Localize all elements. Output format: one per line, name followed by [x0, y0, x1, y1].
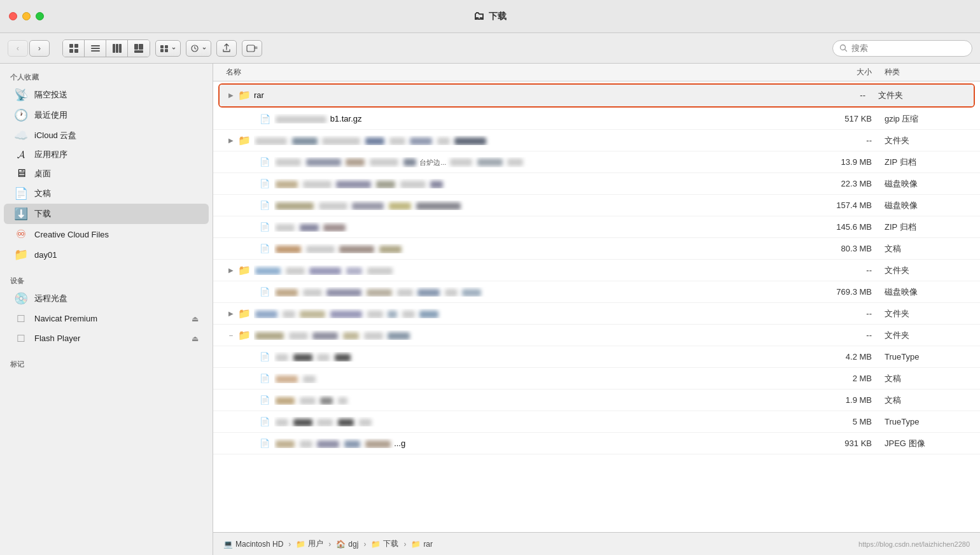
table-row[interactable]: 📄 157.4 MB 磁盘映像 [213, 195, 980, 216]
table-row[interactable]: 📄 b1.tar.gz 517 KB gzip 压缩 [213, 108, 980, 130]
action-dropdown[interactable] [186, 40, 211, 57]
breadcrumb-dgj-label: dgj [348, 540, 358, 549]
table-row[interactable]: 📄 145.6 MB ZIP 归档 [213, 216, 980, 238]
sidebar-item-airdrop[interactable]: 📡 隔空投送 [4, 85, 209, 105]
table-row[interactable]: 📄 22.3 MB 磁盘映像 [213, 173, 980, 195]
table-row[interactable]: – 📁 -- 文件夹 [213, 325, 980, 346]
file-name [254, 309, 802, 318]
sidebar-item-downloads[interactable]: ⬇️ 下载 [4, 204, 209, 224]
apps-icon: 𝓐 [14, 149, 28, 160]
svg-rect-7 [113, 44, 115, 53]
file-icon: 📄 [258, 179, 272, 188]
breadcrumb-sep-2: › [328, 540, 331, 549]
view-gallery-button[interactable] [128, 40, 150, 57]
sidebar-label-docs: 文稿 [34, 188, 199, 199]
minimize-button[interactable] [22, 12, 31, 20]
sidebar-item-navicat[interactable]: □ Navicat Premium ⏏ [4, 309, 209, 328]
file-size: 80.3 MB [802, 244, 885, 253]
table-row[interactable]: 📄 1.9 MB 文稿 [213, 390, 980, 411]
breadcrumb-users[interactable]: 📁 用户 [296, 538, 323, 549]
sidebar-item-apps[interactable]: 𝓐 应用程序 [4, 146, 209, 164]
file-size: 769.3 MB [802, 287, 885, 297]
navicat-eject-icon[interactable]: ⏏ [192, 314, 199, 323]
breadcrumb-users-label: 用户 [308, 538, 323, 549]
file-icon: 📄 [258, 439, 272, 448]
sort-dropdown[interactable] [155, 40, 181, 57]
table-row[interactable]: 📄 ...g 931 KB JPEG 图像 [213, 433, 980, 454]
file-name [274, 179, 802, 188]
rar-highlight-border: ▶ 📁 rar -- 文件夹 [218, 83, 975, 108]
flash-eject-icon[interactable]: ⏏ [192, 334, 199, 343]
view-column-button[interactable] [106, 40, 128, 57]
tag-button[interactable] [242, 40, 262, 57]
downloads-folder-icon: 📁 [371, 540, 381, 549]
file-name [274, 395, 802, 405]
day01-icon: 📁 [14, 248, 28, 262]
view-icon-button[interactable] [63, 40, 85, 57]
table-row[interactable]: ▶ 📁 rar -- 文件夹 [220, 85, 974, 106]
svg-rect-13 [160, 45, 164, 48]
sidebar-label-icloud: iCloud 云盘 [34, 130, 199, 141]
expand-arrow[interactable]: ▶ [225, 310, 237, 317]
back-button[interactable]: ‹ [8, 40, 28, 57]
sidebar-item-creative[interactable]: ♾ Creative Cloud Files [4, 224, 209, 244]
traffic-lights [9, 12, 44, 20]
navicat-icon: □ [14, 312, 28, 325]
svg-rect-4 [91, 45, 100, 46]
sidebar-item-day01[interactable]: 📁 day01 [4, 244, 209, 265]
sidebar-item-icloud[interactable]: ☁️ iCloud 云盘 [4, 125, 209, 146]
share-button[interactable] [216, 40, 237, 57]
sidebar-label-creative: Creative Cloud Files [34, 230, 199, 239]
table-row[interactable]: 📄 80.3 MB 文稿 [213, 238, 980, 260]
file-kind: 文件夹 [885, 308, 980, 320]
expand-arrow[interactable]: ▶ [225, 267, 237, 274]
main-layout: 个人收藏 📡 隔空投送 🕐 最近使用 ☁️ iCloud 云盘 𝓐 应用程序 🖥… [0, 64, 980, 555]
breadcrumb-rar[interactable]: 📁 rar [411, 540, 433, 549]
creative-icon: ♾ [14, 227, 28, 241]
file-icon: 📄 [258, 157, 272, 167]
file-name [274, 244, 802, 253]
sidebar-item-desktop[interactable]: 🖥 桌面 [4, 164, 209, 183]
maximize-button[interactable] [36, 12, 44, 20]
search-box[interactable] [832, 40, 972, 57]
table-row[interactable]: ▶ 📁 -- 文件夹 [213, 303, 980, 325]
file-icon: 📄 [258, 222, 272, 232]
table-row[interactable]: 📄 769.3 MB 磁盘映像 [213, 281, 980, 303]
sidebar-item-docs[interactable]: 📄 文稿 [4, 183, 209, 204]
folder-icon: 📁 [237, 264, 251, 276]
breadcrumb-macintosh[interactable]: 💻 Macintosh HD [223, 540, 283, 549]
svg-rect-14 [165, 45, 168, 48]
file-name [274, 287, 802, 297]
sidebar: 个人收藏 📡 隔空投送 🕐 最近使用 ☁️ iCloud 云盘 𝓐 应用程序 🖥… [0, 64, 213, 555]
file-size: -- [802, 136, 885, 145]
search-input[interactable] [851, 43, 953, 53]
svg-point-19 [841, 45, 846, 50]
breadcrumb-dgj[interactable]: 🏠 dgj [336, 540, 358, 549]
breadcrumb-downloads[interactable]: 📁 下载 [371, 538, 398, 549]
table-row[interactable]: 📄 5 MB TrueType [213, 411, 980, 433]
expand-arrow[interactable]: ▶ [225, 92, 237, 99]
sidebar-label-flash: Flash Player [34, 334, 185, 343]
sidebar-item-recents[interactable]: 🕐 最近使用 [4, 105, 209, 125]
file-size: -- [795, 90, 878, 100]
table-row[interactable]: 📄 台炉边... 13.9 MB ZIP 归档 [213, 151, 980, 173]
file-icon: 📄 [258, 287, 272, 297]
table-row[interactable]: ▶ 📁 -- 文件夹 [213, 130, 980, 151]
close-button[interactable] [9, 12, 17, 20]
expand-arrow[interactable]: ▶ [225, 137, 237, 144]
file-kind: ZIP 归档 [885, 157, 980, 168]
table-row[interactable]: 📄 4.2 MB TrueType [213, 346, 980, 368]
titlebar: 🗂 下载 [0, 0, 980, 33]
svg-rect-11 [139, 44, 143, 50]
view-list-button[interactable] [85, 40, 106, 57]
file-size: -- [802, 309, 885, 318]
table-row[interactable]: ▶ 📁 -- 文件夹 [213, 260, 980, 281]
sidebar-item-flash[interactable]: □ Flash Player ⏏ [4, 328, 209, 348]
sidebar-item-optical[interactable]: 💿 远程光盘 [4, 288, 209, 309]
file-icon: 📄 [258, 395, 272, 405]
toolbar: ‹ › [0, 33, 980, 64]
folder-icon: 📁 [237, 329, 251, 341]
table-row[interactable]: 📄 2 MB 文稿 [213, 368, 980, 390]
recents-icon: 🕐 [14, 108, 28, 122]
forward-button[interactable]: › [29, 40, 50, 57]
